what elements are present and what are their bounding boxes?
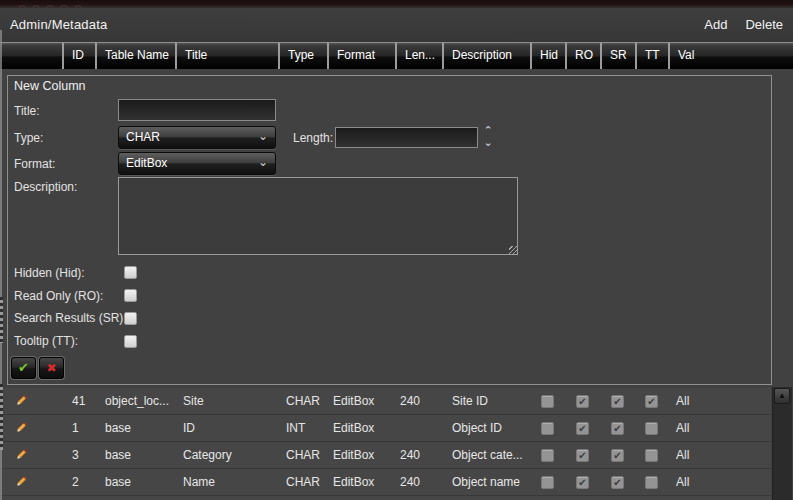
row-cell-type: INT [286,415,305,441]
hidden-checkbox[interactable] [124,266,137,279]
column-header-id[interactable]: ID [62,42,95,69]
column-header-type[interactable]: Type [278,42,327,69]
row-cell-description: Object cate... [452,442,523,468]
row-cell-title: ID [183,415,195,441]
column-header-title[interactable]: Title [175,42,278,69]
check-icon: ✔ [18,360,29,375]
row-cell-len: 240 [400,442,420,468]
pencil-icon [13,420,29,436]
row-cell-id: 2 [72,469,79,495]
row-cell-description: Object ID [452,415,502,441]
sr-checkbox[interactable] [611,422,624,435]
pencil-icon [13,447,29,463]
x-icon: ✖ [46,361,56,375]
row-cell-val: All [676,442,689,468]
format-select-value: EditBox [126,156,167,170]
tt-checkbox[interactable] [645,449,658,462]
resize-grip-icon[interactable] [509,246,518,255]
column-header-len[interactable]: Len... [395,42,442,69]
row-cell-len: 240 [400,388,420,414]
hid-checkbox[interactable] [541,476,554,489]
length-input[interactable] [335,127,478,148]
row-cell-val: All [676,469,689,495]
panel-title: New Column [14,79,86,93]
column-header-edit[interactable] [0,42,62,69]
row-cell-val: All [676,388,689,414]
row-cell-format: EditBox [333,469,374,495]
table-row[interactable]: 3baseCategoryCHAREditBox240Object cate..… [0,442,771,469]
row-cell-type: CHAR [286,469,320,495]
column-header-tablename[interactable]: Table Name [95,42,175,69]
type-select[interactable]: CHAR ⌄ [118,126,276,149]
ro-checkbox[interactable] [576,476,589,489]
column-header-description[interactable]: Description [442,42,530,69]
tt-checkbox[interactable] [645,422,658,435]
table-row[interactable]: 41object_loc...SiteCHAREditBox240Site ID… [0,388,771,415]
column-header-format[interactable]: Format [327,42,395,69]
row-cell-title: Name [183,469,215,495]
breadcrumb: Admin/Metadata [10,17,107,32]
description-textarea[interactable] [118,177,518,255]
cancel-button[interactable]: ✖ [39,357,64,379]
tooltip-label: Tooltip (TT): [14,334,78,348]
splitter-handle[interactable] [0,384,3,450]
spinner-down-icon[interactable]: ⌄ [481,137,495,149]
row-cell-val: All [676,415,689,441]
add-button[interactable]: Add [704,17,727,32]
row-cell-format: EditBox [333,415,374,441]
length-spinner: ⌃ ⌄ [481,125,495,151]
row-cell-format: EditBox [333,388,374,414]
type-select-value: CHAR [126,130,160,144]
delete-button[interactable]: Delete [745,17,783,32]
hid-checkbox[interactable] [541,395,554,408]
title-label: Title: [14,104,40,118]
vertical-scrollbar[interactable]: ▲ [772,387,792,500]
edit-pencil-icon[interactable] [13,420,29,436]
grid-header: IDTable NameTitleTypeFormatLen...Descrip… [0,42,793,69]
tt-checkbox[interactable] [645,395,658,408]
splitter-handle[interactable] [0,297,3,343]
row-cell-id: 41 [72,388,85,414]
sr-checkbox[interactable] [611,476,624,489]
hid-checkbox[interactable] [541,449,554,462]
hidden-label: Hidden (Hid): [14,266,85,280]
hid-checkbox[interactable] [541,422,554,435]
ro-checkbox[interactable] [576,422,589,435]
ro-checkbox[interactable] [576,395,589,408]
edit-pencil-icon[interactable] [13,474,29,490]
grid-rows: 41object_loc...SiteCHAREditBox240Site ID… [0,388,771,500]
readonly-checkbox[interactable] [124,289,137,302]
row-cell-description: Site ID [452,388,488,414]
edit-pencil-icon[interactable] [13,393,29,409]
format-select[interactable]: EditBox ⌄ [118,152,276,175]
table-row[interactable]: 2baseNameCHAREditBox240Object nameAll [0,469,771,496]
scroll-up-button[interactable]: ▲ [774,388,790,404]
column-header-val[interactable]: Val [668,42,793,69]
chevron-down-icon: ⌄ [258,152,268,173]
sr-checkbox[interactable] [611,395,624,408]
ro-checkbox[interactable] [576,449,589,462]
search-results-checkbox[interactable] [124,312,137,325]
row-cell-id: 3 [72,442,79,468]
tt-checkbox[interactable] [645,476,658,489]
pencil-icon [13,474,29,490]
column-header-hid[interactable]: Hid [530,42,565,69]
length-label: Length: [293,131,333,145]
row-cell-description: Object name [452,469,520,495]
section-titlebar: Admin/Metadata Add Delete [0,8,793,43]
confirm-button[interactable]: ✔ [11,357,36,379]
column-header-sr[interactable]: SR [600,42,635,69]
column-header-tt[interactable]: TT [635,42,668,69]
sr-checkbox[interactable] [611,449,624,462]
cropped-window-top-strip [0,0,793,8]
edit-pencil-icon[interactable] [13,447,29,463]
title-input[interactable] [118,99,276,121]
table-row[interactable]: 1baseIDINTEditBoxObject IDAll [0,415,771,442]
row-cell-format: EditBox [333,442,374,468]
tooltip-checkbox[interactable] [124,335,137,348]
readonly-label: Read Only (RO): [14,289,103,303]
search-results-label: Search Results (SR): [14,311,127,325]
row-cell-title: Site [183,388,204,414]
row-cell-len: 240 [400,469,420,495]
column-header-ro[interactable]: RO [565,42,600,69]
